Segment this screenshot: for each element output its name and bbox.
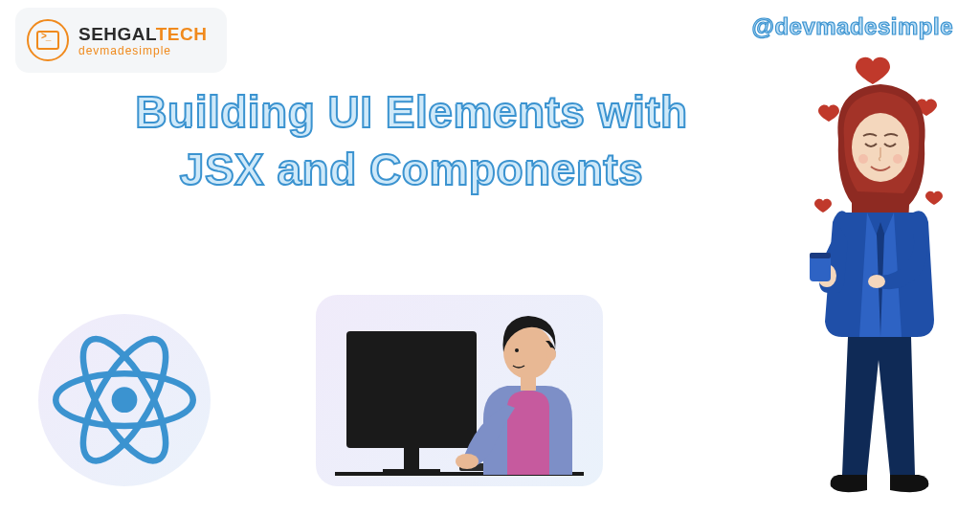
svg-point-20 (868, 275, 885, 288)
social-handle: @devmadesimple (752, 13, 953, 40)
react-icon (53, 328, 196, 472)
svg-rect-7 (346, 331, 477, 448)
svg-rect-6 (383, 469, 440, 475)
person-coding-icon (316, 295, 603, 486)
coder-illustration-tile (316, 295, 603, 486)
svg-rect-19 (810, 253, 831, 258)
brand-tagline: devmadesimple (78, 45, 208, 56)
brand-name-part2: TECH (156, 24, 208, 44)
brand-logo-card: SEHGALTECH devmadesimple (15, 8, 227, 73)
title-line-2: JSX and Components (57, 142, 766, 199)
svg-point-9 (456, 454, 479, 469)
svg-point-13 (515, 348, 519, 352)
page-title: Building UI Elements with JSX and Compon… (57, 84, 766, 199)
woman-hijab-icon (785, 54, 967, 504)
title-line-1: Building UI Elements with (57, 84, 766, 142)
terminal-icon (27, 19, 69, 61)
woman-illustration (785, 54, 967, 504)
svg-point-15 (858, 154, 868, 164)
svg-point-12 (546, 347, 556, 361)
svg-point-0 (112, 387, 138, 413)
brand-name-part1: SEHGAL (78, 24, 156, 44)
svg-point-16 (893, 154, 902, 164)
brand-logo-text: SEHGALTECH devmadesimple (78, 25, 208, 56)
react-logo-tile (38, 314, 211, 486)
